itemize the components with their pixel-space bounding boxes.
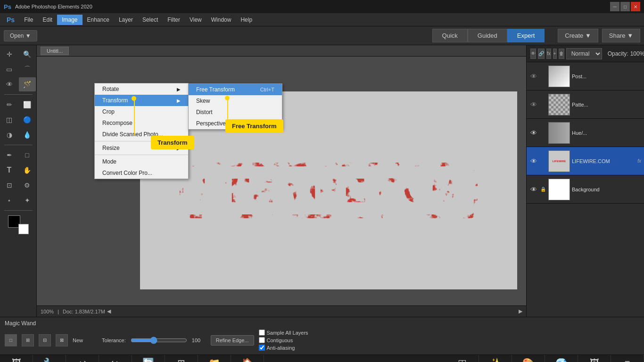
redeye-tool[interactable]: ⚙ — [19, 178, 36, 192]
layer-vis-pattern[interactable]: 👁 — [529, 100, 538, 109]
menu-crop[interactable]: Crop — [95, 106, 188, 117]
selection-new-btn[interactable]: □ — [5, 334, 17, 346]
crop-tool[interactable]: ⊡ — [1, 178, 18, 192]
menu-rotate[interactable]: Rotate ▶ — [95, 83, 188, 95]
layer-row-lifewire[interactable]: 👁 LIFEWIRE LIFEWIRE.COM fx — [527, 147, 644, 175]
ps-logo-menu[interactable]: Ps — [2, 16, 19, 24]
layer-vis-lifewire[interactable]: 👁 — [529, 157, 538, 165]
refine-edge-button[interactable]: Refine Edge... — [211, 335, 254, 346]
panel-link-btn[interactable]: 🔗 — [538, 49, 545, 59]
sample-all-layers-checkbox[interactable] — [259, 329, 265, 336]
menu-help[interactable]: Help — [236, 15, 257, 25]
tab-quick[interactable]: Quick — [432, 29, 468, 42]
tab-guided[interactable]: Guided — [468, 29, 507, 42]
rectangular-marquee-tool[interactable]: ▭ — [1, 62, 18, 76]
layer-row-pattern[interactable]: 👁 Patte... — [527, 90, 644, 119]
bottom-graphics[interactable]: 🖼 Graphics — [578, 355, 611, 362]
magic-wand-tool[interactable]: 🪄 — [19, 77, 36, 91]
transform-label: Transform — [102, 97, 128, 104]
layer-row-posterize[interactable]: 👁 Post... — [527, 62, 644, 90]
bottom-rotate[interactable]: 🔄 Rotate — [132, 355, 165, 362]
menu-select[interactable]: Select — [138, 15, 163, 25]
stamp-tool[interactable]: 🔵 — [19, 113, 36, 127]
bottom-layout[interactable]: ⊞ Layout — [165, 355, 198, 362]
dodge-tool[interactable]: ◑ — [1, 128, 18, 142]
shape-tool[interactable]: □ — [19, 148, 36, 162]
canvas-tab-untitled[interactable]: Untitl... — [41, 47, 69, 55]
background-color[interactable] — [18, 224, 29, 234]
menu-enhance[interactable]: Enhance — [83, 15, 114, 25]
bottom-more[interactable]: ≡ More — [611, 355, 644, 362]
menu-image[interactable]: Image — [57, 15, 82, 25]
tolerance-slider[interactable] — [131, 337, 187, 344]
eye-tool[interactable]: 👁 — [1, 77, 18, 91]
rotate-label: Rotate — [102, 86, 119, 92]
panel-eye-btn[interactable]: 👁 — [530, 49, 536, 59]
left-toolbar: ✛ 🔍 ▭ ⌒ 👁 🪄 ✏ ⬜ ◫ 🔵 ◑ 💧 ✒ □ T — [0, 45, 37, 317]
eraser-tool[interactable]: ⬜ — [19, 98, 36, 112]
detail-smart-brush[interactable]: ✦ — [19, 193, 36, 207]
bottom-redo[interactable]: ↪ Redo — [99, 355, 132, 362]
smart-brush-tool[interactable]: ⋆ — [1, 193, 18, 207]
layer-row-background[interactable]: 👁 🔒 Background — [527, 175, 644, 204]
contiguous-checkbox[interactable] — [259, 337, 265, 343]
layer-lock-background[interactable]: 🔒 — [540, 186, 546, 193]
status-arrow-left[interactable]: ◀ — [107, 308, 111, 314]
transform-callout-line — [134, 98, 135, 136]
bottom-photo-bin[interactable]: 🖼 Photo Bin — [0, 355, 33, 362]
close-btn[interactable]: ✕ — [631, 2, 640, 11]
selection-intersect-btn[interactable]: ⊠ — [56, 334, 68, 346]
move-tool[interactable]: ✛ — [1, 47, 18, 61]
zoom-tool[interactable]: 🔍 — [19, 47, 36, 61]
blend-mode-select[interactable]: Normal Multiply Screen Overlay — [566, 48, 602, 59]
menu-distort[interactable]: Distort — [189, 107, 282, 118]
menu-mode[interactable]: Mode — [95, 156, 188, 167]
lasso-tool[interactable]: ⌒ — [19, 62, 36, 76]
bottom-undo[interactable]: ↩ Undo — [66, 355, 99, 362]
status-arrow-right[interactable]: ▶ — [519, 308, 522, 314]
open-button[interactable]: Open ▼ — [4, 30, 37, 41]
menu-layer[interactable]: Layer — [114, 15, 138, 25]
anti-aliasing-checkbox[interactable] — [259, 345, 265, 351]
bottom-filters[interactable]: 🎨 Filters — [512, 355, 545, 362]
menu-view[interactable]: View — [185, 15, 206, 25]
maximize-btn[interactable]: □ — [620, 2, 630, 11]
minimize-btn[interactable]: ─ — [610, 2, 619, 11]
tab-expert[interactable]: Expert — [507, 29, 545, 42]
menu-recompose[interactable]: Recompose — [95, 117, 188, 129]
layer-vis-background[interactable]: 👁 — [529, 185, 538, 194]
layer-vis-hue[interactable]: 👁 — [529, 129, 538, 137]
pen-tool[interactable]: ✒ — [1, 148, 18, 162]
menu-convert[interactable]: Convert Color Pro... — [95, 167, 188, 179]
blur-tool[interactable]: 💧 — [19, 128, 36, 142]
panel-fx-btn[interactable]: fx — [546, 49, 551, 59]
bottom-organizer[interactable]: 📁 Organizer — [198, 355, 231, 362]
bottom-home-screen[interactable]: 🏠 Home Screen — [231, 355, 264, 362]
selection-add-btn[interactable]: ⊞ — [22, 334, 34, 346]
bottom-styles[interactable]: 💎 Styles — [545, 355, 578, 362]
menu-file[interactable]: File — [19, 15, 38, 25]
bottom-tool-options[interactable]: 🔧 Tool Options — [33, 355, 66, 362]
type-tool[interactable]: T — [1, 163, 18, 177]
panel-newlayer-btn[interactable]: + — [553, 49, 557, 59]
menu-filter[interactable]: Filter — [163, 15, 185, 25]
canvas-content[interactable]: Rotate ▶ Transform ▶ Free Transform Ctrl… — [37, 57, 526, 305]
hand-tool[interactable]: ✋ — [19, 163, 36, 177]
bottom-effects[interactable]: ✨ Effects — [479, 355, 512, 362]
menu-transform[interactable]: Transform ▶ Free Transform Ctrl+T Skew D… — [95, 95, 188, 106]
free-transform-callout-line — [227, 98, 228, 120]
share-button[interactable]: Share ▼ — [602, 29, 640, 42]
selection-subtract-btn[interactable]: ⊟ — [39, 334, 51, 346]
menu-skew[interactable]: Skew — [189, 95, 282, 107]
transform-arrow: ▶ — [177, 98, 181, 103]
layer-row-hue[interactable]: 👁 Hue/... — [527, 119, 644, 147]
layer-vis-posterize[interactable]: 👁 — [529, 72, 538, 81]
menu-free-transform[interactable]: Free Transform Ctrl+T — [189, 84, 282, 95]
panel-trash-btn[interactable]: 🗑 — [559, 49, 564, 59]
create-button[interactable]: Create ▼ — [558, 29, 598, 42]
menu-window[interactable]: Window — [206, 15, 236, 25]
bottom-layers[interactable]: ◫ Layers — [446, 355, 479, 362]
menu-edit[interactable]: Edit — [38, 15, 57, 25]
gradient-tool[interactable]: ◫ — [1, 113, 18, 127]
pencil-tool[interactable]: ✏ — [1, 98, 18, 112]
